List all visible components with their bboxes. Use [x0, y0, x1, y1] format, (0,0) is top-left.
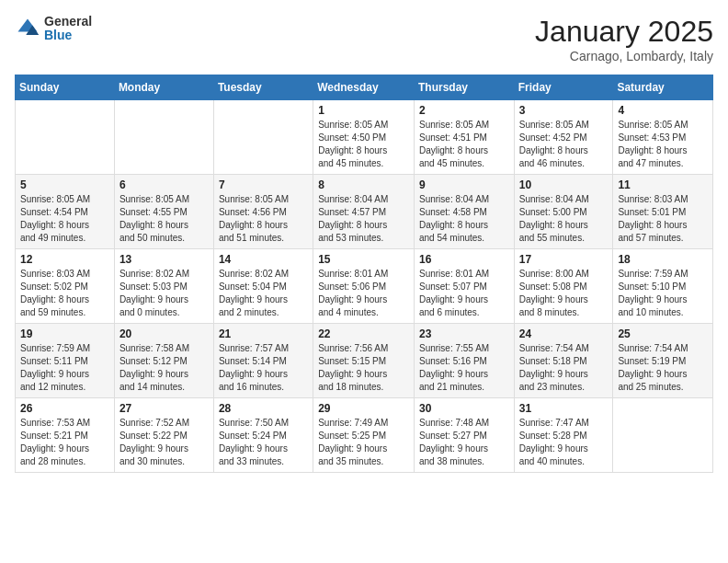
calendar-week-2: 5Sunrise: 8:05 AM Sunset: 4:54 PM Daylig… — [16, 175, 713, 249]
day-info: Sunrise: 8:05 AM Sunset: 4:50 PM Dayligh… — [318, 119, 409, 170]
calendar-header: SundayMondayTuesdayWednesdayThursdayFrid… — [16, 75, 713, 100]
calendar-cell: 27Sunrise: 7:52 AM Sunset: 5:22 PM Dayli… — [114, 398, 213, 473]
day-number: 27 — [119, 402, 209, 415]
header-day-thursday: Thursday — [414, 75, 514, 100]
calendar-cell: 16Sunrise: 8:01 AM Sunset: 5:07 PM Dayli… — [414, 249, 514, 324]
day-number: 14 — [219, 253, 308, 266]
day-info: Sunrise: 7:56 AM Sunset: 5:15 PM Dayligh… — [318, 342, 409, 394]
day-info: Sunrise: 7:53 AM Sunset: 5:21 PM Dayligh… — [20, 417, 109, 468]
calendar-cell: 11Sunrise: 8:03 AM Sunset: 5:01 PM Dayli… — [613, 175, 713, 249]
day-number: 28 — [219, 402, 308, 415]
calendar-cell — [613, 398, 713, 473]
calendar-cell — [213, 100, 313, 175]
calendar-week-4: 19Sunrise: 7:59 AM Sunset: 5:11 PM Dayli… — [16, 324, 713, 398]
day-number: 22 — [318, 327, 409, 340]
day-info: Sunrise: 7:49 AM Sunset: 5:25 PM Dayligh… — [318, 417, 409, 468]
day-number: 7 — [219, 178, 308, 191]
calendar-table: SundayMondayTuesdayWednesdayThursdayFrid… — [15, 75, 713, 473]
day-number: 3 — [519, 104, 609, 117]
day-number: 21 — [219, 327, 308, 340]
month-title: January 2025 — [535, 15, 713, 49]
day-info: Sunrise: 7:48 AM Sunset: 5:27 PM Dayligh… — [419, 417, 509, 468]
calendar-cell: 13Sunrise: 8:02 AM Sunset: 5:03 PM Dayli… — [114, 249, 213, 324]
calendar-cell: 1Sunrise: 8:05 AM Sunset: 4:50 PM Daylig… — [313, 100, 415, 175]
day-number: 9 — [419, 178, 509, 191]
day-number: 13 — [119, 253, 209, 266]
header-day-wednesday: Wednesday — [313, 75, 415, 100]
day-number: 24 — [519, 327, 609, 340]
day-info: Sunrise: 7:54 AM Sunset: 5:19 PM Dayligh… — [618, 342, 708, 394]
logo-blue-text: Blue — [44, 29, 92, 42]
calendar-cell: 30Sunrise: 7:48 AM Sunset: 5:27 PM Dayli… — [414, 398, 514, 473]
day-info: Sunrise: 8:05 AM Sunset: 4:53 PM Dayligh… — [618, 119, 708, 170]
day-number: 5 — [20, 178, 109, 191]
day-number: 17 — [519, 253, 609, 266]
day-number: 18 — [618, 253, 708, 266]
day-info: Sunrise: 7:52 AM Sunset: 5:22 PM Dayligh… — [119, 417, 209, 468]
day-number: 12 — [20, 253, 109, 266]
header-day-saturday: Saturday — [613, 75, 713, 100]
day-number: 11 — [618, 178, 708, 191]
calendar-cell: 31Sunrise: 7:47 AM Sunset: 5:28 PM Dayli… — [514, 398, 613, 473]
header-day-sunday: Sunday — [16, 75, 115, 100]
calendar-cell: 12Sunrise: 8:03 AM Sunset: 5:02 PM Dayli… — [16, 249, 115, 324]
calendar-cell: 25Sunrise: 7:54 AM Sunset: 5:19 PM Dayli… — [613, 324, 713, 398]
calendar-cell: 6Sunrise: 8:05 AM Sunset: 4:55 PM Daylig… — [114, 175, 213, 249]
page-header: General Blue January 2025 Carnago, Lomba… — [15, 15, 713, 63]
header-day-tuesday: Tuesday — [213, 75, 313, 100]
calendar-cell: 23Sunrise: 7:55 AM Sunset: 5:16 PM Dayli… — [414, 324, 514, 398]
day-number: 2 — [419, 104, 509, 117]
day-info: Sunrise: 8:02 AM Sunset: 5:04 PM Dayligh… — [219, 268, 308, 319]
title-area: January 2025 Carnago, Lombardy, Italy — [535, 15, 713, 63]
day-number: 25 — [618, 327, 708, 340]
calendar-week-1: 1Sunrise: 8:05 AM Sunset: 4:50 PM Daylig… — [16, 100, 713, 175]
header-day-monday: Monday — [114, 75, 213, 100]
calendar-cell: 24Sunrise: 7:54 AM Sunset: 5:18 PM Dayli… — [514, 324, 613, 398]
day-info: Sunrise: 7:58 AM Sunset: 5:12 PM Dayligh… — [119, 342, 209, 394]
calendar-cell: 21Sunrise: 7:57 AM Sunset: 5:14 PM Dayli… — [213, 324, 313, 398]
calendar-cell: 7Sunrise: 8:05 AM Sunset: 4:56 PM Daylig… — [213, 175, 313, 249]
day-info: Sunrise: 8:04 AM Sunset: 4:58 PM Dayligh… — [419, 193, 509, 245]
calendar-week-3: 12Sunrise: 8:03 AM Sunset: 5:02 PM Dayli… — [16, 249, 713, 324]
day-info: Sunrise: 8:05 AM Sunset: 4:56 PM Dayligh… — [219, 193, 308, 245]
logo: General Blue — [15, 15, 92, 43]
day-info: Sunrise: 7:59 AM Sunset: 5:10 PM Dayligh… — [618, 268, 708, 319]
calendar-cell: 14Sunrise: 8:02 AM Sunset: 5:04 PM Dayli… — [213, 249, 313, 324]
logo-text: General Blue — [44, 15, 92, 43]
day-number: 19 — [20, 327, 109, 340]
day-info: Sunrise: 8:03 AM Sunset: 5:02 PM Dayligh… — [20, 268, 109, 319]
day-number: 30 — [419, 402, 509, 415]
logo-general-text: General — [44, 15, 92, 29]
day-info: Sunrise: 8:05 AM Sunset: 4:52 PM Dayligh… — [519, 119, 609, 170]
day-info: Sunrise: 8:00 AM Sunset: 5:08 PM Dayligh… — [519, 268, 609, 319]
day-number: 20 — [119, 327, 209, 340]
day-info: Sunrise: 8:05 AM Sunset: 4:54 PM Dayligh… — [20, 193, 109, 245]
calendar-cell: 28Sunrise: 7:50 AM Sunset: 5:24 PM Dayli… — [213, 398, 313, 473]
calendar-cell: 20Sunrise: 7:58 AM Sunset: 5:12 PM Dayli… — [114, 324, 213, 398]
day-number: 1 — [318, 104, 409, 117]
day-info: Sunrise: 7:59 AM Sunset: 5:11 PM Dayligh… — [20, 342, 109, 394]
day-info: Sunrise: 8:04 AM Sunset: 5:00 PM Dayligh… — [519, 193, 609, 245]
day-number: 10 — [519, 178, 609, 191]
day-info: Sunrise: 8:04 AM Sunset: 4:57 PM Dayligh… — [318, 193, 409, 245]
day-number: 16 — [419, 253, 509, 266]
calendar-cell: 15Sunrise: 8:01 AM Sunset: 5:06 PM Dayli… — [313, 249, 415, 324]
day-info: Sunrise: 8:01 AM Sunset: 5:06 PM Dayligh… — [318, 268, 409, 319]
calendar-cell: 2Sunrise: 8:05 AM Sunset: 4:51 PM Daylig… — [414, 100, 514, 175]
calendar-cell: 17Sunrise: 8:00 AM Sunset: 5:08 PM Dayli… — [514, 249, 613, 324]
day-number: 29 — [318, 402, 409, 415]
day-number: 8 — [318, 178, 409, 191]
calendar-cell: 18Sunrise: 7:59 AM Sunset: 5:10 PM Dayli… — [613, 249, 713, 324]
day-info: Sunrise: 8:02 AM Sunset: 5:03 PM Dayligh… — [119, 268, 209, 319]
day-number: 26 — [20, 402, 109, 415]
day-number: 31 — [519, 402, 609, 415]
day-number: 23 — [419, 327, 509, 340]
calendar-cell: 4Sunrise: 8:05 AM Sunset: 4:53 PM Daylig… — [613, 100, 713, 175]
calendar-cell: 10Sunrise: 8:04 AM Sunset: 5:00 PM Dayli… — [514, 175, 613, 249]
calendar-cell: 9Sunrise: 8:04 AM Sunset: 4:58 PM Daylig… — [414, 175, 514, 249]
day-info: Sunrise: 8:03 AM Sunset: 5:01 PM Dayligh… — [618, 193, 708, 245]
header-row: SundayMondayTuesdayWednesdayThursdayFrid… — [16, 75, 713, 100]
calendar-cell: 8Sunrise: 8:04 AM Sunset: 4:57 PM Daylig… — [313, 175, 415, 249]
calendar-cell: 29Sunrise: 7:49 AM Sunset: 5:25 PM Dayli… — [313, 398, 415, 473]
day-info: Sunrise: 8:05 AM Sunset: 4:55 PM Dayligh… — [119, 193, 209, 245]
